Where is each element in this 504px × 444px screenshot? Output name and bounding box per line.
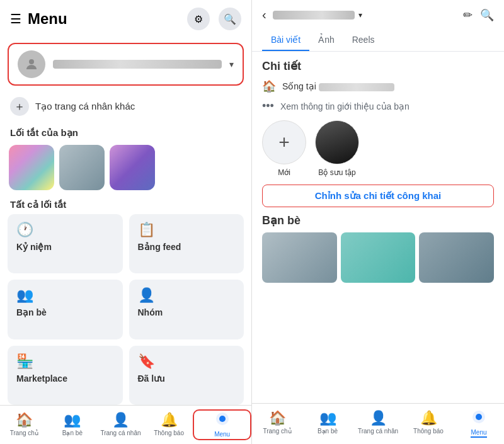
- search-icon: 🔍: [224, 13, 236, 25]
- friend-thumb-2[interactable]: [341, 232, 416, 283]
- friend-thumb-1[interactable]: [262, 232, 337, 283]
- nhom-icon: 👤: [138, 287, 236, 304]
- menu-nav-icon: [215, 412, 229, 430]
- profile-card[interactable]: ▾: [8, 43, 244, 86]
- marketplace-icon: 🏪: [16, 353, 114, 370]
- avatar: [18, 50, 45, 78]
- all-shortcuts-title: Tất cả lối tắt: [0, 194, 251, 214]
- notification-icon: 🔔: [161, 412, 178, 428]
- highlights-row: + Mới Bộ sưu tập: [262, 120, 494, 177]
- nav-trang-chu[interactable]: 🏠 Trang chủ: [0, 409, 49, 440]
- home-icon: 🏠: [16, 412, 33, 428]
- shortcuts-row: [0, 141, 251, 194]
- nav-ban-be[interactable]: 👥 Bạn bè: [49, 409, 97, 440]
- nav-thong-bao-label: Thông báo: [154, 430, 184, 436]
- shortcut-thumb-1[interactable]: [9, 145, 54, 190]
- create-profile-button[interactable]: ＋ Tạo trang cá nhân khác: [0, 91, 251, 122]
- da-luu-icon: 🔖: [138, 353, 236, 370]
- friends-title: Bạn bè: [262, 213, 494, 227]
- friends-icon: 👥: [64, 412, 81, 428]
- ban-be-icon: 👥: [16, 287, 114, 304]
- shortcut-card-da-luu[interactable]: 🔖 Đã lưu: [129, 346, 244, 405]
- edit-public-details-button[interactable]: Chỉnh sửa chi tiết công khai: [262, 185, 494, 207]
- right-tabs: Bài viết Ảnh Reels: [252, 30, 504, 52]
- edit-button-label: Chỉnh sửa chi tiết công khai: [315, 190, 442, 201]
- shortcuts-section-title: Lối tắt của bạn: [0, 122, 251, 141]
- left-bottom-nav: 🏠 Trang chủ 👥 Bạn bè 👤 Trang cá nhân 🔔 T…: [0, 405, 251, 444]
- right-header-icons: ✏ 🔍: [463, 8, 494, 22]
- shortcut-thumb-2[interactable]: [59, 145, 105, 190]
- ky-niem-icon: 🕐: [16, 222, 114, 238]
- highlight-collection-circle: [315, 120, 359, 164]
- detail-location: 🏠 Sống tại: [262, 79, 494, 93]
- right-content: Chi tiết 🏠 Sống tại ••• Xem thông tin gi…: [252, 52, 504, 403]
- highlight-collection[interactable]: Bộ sưu tập: [315, 120, 359, 177]
- hamburger-icon[interactable]: ☰: [10, 11, 21, 26]
- highlight-new-label: Mới: [278, 168, 290, 177]
- profile-name-blurred: [53, 60, 222, 69]
- left-header: ☰ Menu ⚙ 🔍: [0, 0, 251, 38]
- svg-point-4: [476, 414, 482, 420]
- gear-icon: ⚙: [194, 13, 203, 25]
- ban-be-label: Bạn bè: [16, 307, 114, 317]
- right-bottom-nav: 🏠 Trang chủ 👥 Bạn bè 👤 Trang cá nhân 🔔 T…: [252, 403, 504, 444]
- right-nav-menu[interactable]: Menu: [454, 407, 504, 440]
- right-nav-ban-be-label: Bạn bè: [318, 428, 338, 435]
- nav-menu[interactable]: Menu: [193, 409, 251, 440]
- right-nav-thong-bao[interactable]: 🔔 Thông báo: [403, 407, 454, 440]
- edit-icon[interactable]: ✏: [463, 8, 472, 22]
- nhom-label: Nhóm: [138, 307, 236, 317]
- right-nav-thong-bao-label: Thông báo: [413, 428, 444, 435]
- tab-reels[interactable]: Reels: [343, 30, 384, 51]
- right-nav-ban-be[interactable]: 👥 Bạn bè: [302, 407, 353, 440]
- right-notification-icon: 🔔: [420, 410, 437, 426]
- highlight-new-circle: +: [262, 120, 306, 164]
- right-nav-trang-ca-nhan[interactable]: 👤 Trang cá nhân: [353, 407, 403, 440]
- bang-feed-icon: 📋: [138, 222, 236, 238]
- shortcuts-grid: 🕐 Kỷ niệm 📋 Bảng feed 👥 Bạn bè 👤 Nhóm 🏪 …: [0, 214, 251, 405]
- profile-icon: 👤: [112, 412, 129, 428]
- nav-trang-ca-nhan[interactable]: 👤 Trang cá nhân: [96, 409, 145, 440]
- right-search-icon[interactable]: 🔍: [480, 8, 494, 22]
- right-friends-icon: 👥: [319, 410, 336, 426]
- more-icon: •••: [262, 100, 274, 113]
- detail-location-text: Sống tại: [282, 81, 394, 91]
- details-title: Chi tiết: [262, 59, 494, 73]
- tab-anh[interactable]: Ảnh: [309, 30, 343, 51]
- highlight-new[interactable]: + Mới: [262, 120, 306, 177]
- detail-more-label: Xem thông tin giới thiệu của bạn: [280, 101, 410, 111]
- dropdown-icon: ▾: [358, 11, 362, 20]
- right-nav-trang-ca-nhan-label: Trang cá nhân: [358, 428, 398, 435]
- chevron-down-icon: ▾: [229, 59, 234, 69]
- friends-grid: [262, 232, 494, 283]
- back-button[interactable]: ‹: [262, 8, 266, 22]
- friend-thumb-3[interactable]: [419, 232, 494, 283]
- create-profile-label: Tạo trang cá nhân khác: [35, 101, 135, 112]
- nav-thong-bao[interactable]: 🔔 Thông báo: [145, 409, 193, 440]
- shortcut-card-ban-be[interactable]: 👥 Bạn bè: [8, 280, 123, 339]
- right-home-icon: 🏠: [269, 410, 286, 426]
- shortcut-card-nhom[interactable]: 👤 Nhóm: [129, 280, 244, 339]
- ky-niem-label: Kỷ niệm: [16, 242, 114, 252]
- plus-circle-icon: +: [278, 132, 290, 153]
- marketplace-label: Marketplace: [16, 373, 114, 384]
- gear-button[interactable]: ⚙: [187, 8, 210, 30]
- shortcut-card-ky-niem[interactable]: 🕐 Kỷ niệm: [8, 214, 123, 273]
- shortcut-thumb-3[interactable]: [110, 145, 155, 190]
- header-icons: ⚙ 🔍: [187, 8, 241, 30]
- tab-bai-viet[interactable]: Bài viết: [262, 30, 309, 51]
- svg-point-0: [29, 59, 34, 64]
- da-luu-label: Đã lưu: [138, 373, 236, 384]
- right-header: ‹ ▾ ✏ 🔍: [252, 0, 504, 30]
- right-menu-icon: [472, 410, 486, 428]
- detail-more[interactable]: ••• Xem thông tin giới thiệu của bạn: [262, 100, 494, 113]
- shortcut-card-marketplace[interactable]: 🏪 Marketplace: [8, 346, 123, 405]
- right-nav-trang-chu[interactable]: 🏠 Trang chủ: [252, 407, 302, 440]
- search-button[interactable]: 🔍: [219, 8, 241, 30]
- bang-feed-label: Bảng feed: [138, 242, 236, 252]
- home-detail-icon: 🏠: [262, 79, 276, 93]
- right-profile-icon: 👤: [370, 410, 387, 426]
- shortcut-card-bang-feed[interactable]: 📋 Bảng feed: [129, 214, 244, 273]
- right-profile-name-blurred: [273, 11, 355, 20]
- nav-menu-label: Menu: [214, 431, 230, 438]
